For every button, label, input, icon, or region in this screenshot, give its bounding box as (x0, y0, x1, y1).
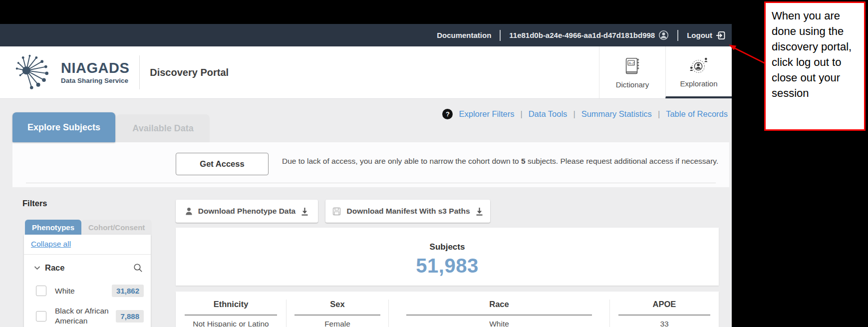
link-explorer-filters[interactable]: Explorer Filters (459, 109, 514, 119)
download-buttons-row: Download Phenotype Data Download Manifes… (176, 200, 490, 223)
column-header: Ethnicity (176, 300, 286, 309)
tab-available-data[interactable]: Available Data (116, 114, 210, 142)
subjects-label: Subjects (176, 242, 719, 252)
portal-title: Discovery Portal (150, 67, 229, 78)
logout-icon (716, 30, 726, 40)
dictionary-book-icon: A-Z (622, 56, 643, 77)
subjects-summary-card: Subjects 51,983 (176, 228, 719, 286)
download-icon (476, 207, 483, 216)
filter-option-label: White (55, 286, 109, 296)
tab-explore-subjects[interactable]: Explore Subjects (12, 112, 115, 142)
link-separator: | (573, 109, 575, 119)
toolbar-links-row: ? Explorer Filters | Data Tools | Summar… (442, 109, 728, 119)
filter-tab-cohort-consent[interactable]: Cohort/Consent (81, 220, 152, 235)
filters-title: Filters (22, 199, 47, 208)
access-message-suffix: subjects. Please request additional acce… (526, 157, 719, 165)
download-phenotype-data-button[interactable]: Download Phenotype Data (176, 200, 318, 223)
app-window: Documentation 11e81d0b-a24e-4966-aa1d-d4… (0, 24, 732, 327)
column-value: 33 (610, 320, 719, 327)
exploration-people-icon (688, 55, 709, 76)
filter-group-race[interactable]: Race (24, 255, 151, 276)
column-rule (185, 315, 278, 316)
download-manifest-button[interactable]: Download Manifest With s3 Paths (325, 200, 490, 223)
column-rule (294, 315, 380, 316)
column-value: Female (287, 320, 388, 327)
svg-text:A-Z: A-Z (629, 61, 635, 65)
filter-option-label: Black or African American (55, 306, 109, 326)
person-icon (185, 207, 193, 215)
download-phenotype-label: Download Phenotype Data (198, 207, 296, 216)
help-icon[interactable]: ? (442, 109, 453, 119)
download-icon (301, 207, 308, 216)
top-navigation-bar: Documentation 11e81d0b-a24e-4966-aa1d-d4… (0, 24, 732, 46)
column-header: APOE (610, 300, 719, 309)
documentation-link[interactable]: Documentation (437, 31, 491, 39)
save-disk-icon (332, 207, 341, 216)
nav-exploration-label: Exploration (680, 79, 717, 88)
search-icon[interactable] (133, 263, 143, 273)
filter-option-white: White 31,862 (24, 285, 151, 297)
subjects-count: 51,983 (176, 255, 719, 277)
session-id-group[interactable]: 11e81d0b-a24e-4966-aa1d-d47d181bd998 (509, 30, 669, 40)
nav-dictionary-label: Dictionary (616, 80, 649, 89)
table-column-apoe: APOE 33 (609, 300, 719, 327)
brand-logo-group[interactable]: NIAGADS Data Sharing Service (13, 53, 129, 91)
chevron-down-icon (34, 266, 40, 270)
count-badge: 31,862 (112, 285, 144, 297)
filter-tabs: Phenotypes Cohort/Consent (25, 220, 152, 235)
screenshot-stage: Documentation 11e81d0b-a24e-4966-aa1d-d4… (0, 0, 868, 327)
instruction-callout: When you are done using the discovery po… (764, 1, 866, 131)
brand-name: NIAGADS (61, 61, 129, 75)
count-badge: 7,888 (116, 310, 144, 323)
access-message: Due to lack of access, you are only able… (282, 155, 721, 167)
link-data-tools[interactable]: Data Tools (529, 109, 568, 119)
callout-arrow (726, 42, 769, 67)
breakdown-table-card: Ethnicity Not Hispanic or Latino Sex Fem… (176, 292, 719, 327)
checkbox-black-or-african-american[interactable] (36, 311, 46, 322)
page-content: Explore Subjects Available Data ? Explor… (0, 99, 732, 327)
table-column-sex: Sex Female (286, 300, 388, 327)
column-header: Race (389, 300, 609, 309)
column-value: White (389, 320, 609, 327)
column-header: Sex (287, 300, 388, 309)
link-summary-statistics[interactable]: Summary Statistics (581, 109, 652, 119)
link-separator: | (658, 109, 660, 119)
filter-panel: Collapse all Race White 31,862 (24, 235, 151, 327)
session-id-text: 11e81d0b-a24e-4966-aa1d-d47d181bd998 (509, 31, 655, 39)
column-rule (618, 315, 710, 316)
nav-tab-dictionary[interactable]: A-Z Dictionary (599, 46, 665, 98)
topbar-divider (677, 30, 678, 41)
filter-tab-phenotypes[interactable]: Phenotypes (25, 220, 81, 235)
access-banner: Get Access Due to lack of access, you ar… (12, 142, 729, 187)
logout-button[interactable]: Logout (687, 30, 726, 40)
filter-option-black-or-african-american: Black or African American 7,888 (24, 306, 151, 326)
logout-label: Logout (687, 31, 712, 39)
access-message-count: 5 (521, 157, 526, 165)
link-separator: | (520, 109, 522, 119)
link-table-of-records[interactable]: Table of Records (666, 109, 728, 119)
banner-bottom-rule (26, 183, 716, 183)
download-manifest-label: Download Manifest With s3 Paths (346, 207, 470, 216)
get-access-button[interactable]: Get Access (176, 153, 269, 175)
header-divider (139, 55, 140, 89)
table-column-race: Race White (388, 300, 609, 327)
app-header: NIAGADS Data Sharing Service Discovery P… (0, 46, 732, 99)
niagads-logo-icon (13, 53, 56, 91)
column-rule (406, 315, 591, 316)
table-column-ethnicity: Ethnicity Not Hispanic or Latino (176, 300, 286, 327)
topbar-divider (500, 30, 501, 41)
brand-tagline: Data Sharing Service (61, 77, 129, 84)
user-circle-icon (658, 30, 669, 40)
checkbox-white[interactable] (36, 286, 46, 296)
brand-text: NIAGADS Data Sharing Service (61, 61, 129, 84)
filter-group-label: Race (45, 263, 64, 273)
nav-tab-exploration[interactable]: Exploration (665, 46, 732, 98)
access-message-prefix: Due to lack of access, you are only able… (282, 157, 521, 165)
column-value: Not Hispanic or Latino (176, 320, 286, 327)
collapse-all-link[interactable]: Collapse all (31, 240, 71, 249)
